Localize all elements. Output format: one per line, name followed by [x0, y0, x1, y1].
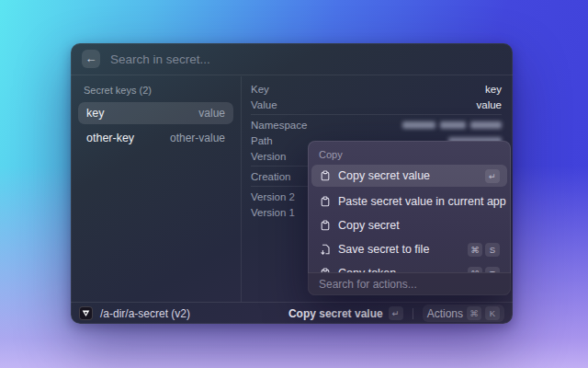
metadata-row-namespace: Namespace [251, 117, 502, 132]
menu-item-save-secret-to-file[interactable]: Save secret to file ⌘ S [311, 237, 507, 261]
secret-keys-list: Secret keys (2) key value other-key othe… [71, 76, 242, 302]
menu-item-copy-token[interactable]: Copy token ⌘ T [311, 261, 507, 272]
menu-section-title: Copy [308, 141, 511, 165]
list-item-key[interactable]: key value [78, 102, 233, 124]
actions-search-bar [308, 272, 511, 295]
vault-logo-icon [79, 306, 93, 320]
back-button[interactable]: ← [82, 50, 100, 68]
metadata-row-key: Key key [251, 81, 502, 97]
search-bar: ← [71, 43, 513, 75]
s-key-badge: S [485, 243, 500, 257]
enter-key-badge: ↵ [485, 169, 500, 183]
status-bar: /a-dir/a-secret (v2) Copy secret value ↵… [71, 302, 513, 324]
enter-key-badge: ↵ [389, 306, 403, 320]
file-download-icon [319, 244, 331, 256]
primary-action-button[interactable]: Copy secret value [288, 307, 383, 320]
section-title: Secret keys (2) [78, 76, 233, 102]
list-item-accessory: value [198, 107, 225, 120]
actions-menu: Copy Copy secret value ↵ Paste secret va… [308, 141, 511, 295]
list-item-title: key [86, 107, 104, 120]
back-arrow-icon: ← [85, 50, 97, 68]
list-item-title: other-key [86, 132, 134, 144]
k-key-badge: K [485, 306, 500, 320]
metadata-row-value: Value value [251, 97, 502, 112]
search-input[interactable] [110, 52, 502, 66]
actions-button[interactable]: Actions ⌘ K [423, 305, 504, 322]
cmd-key-badge: ⌘ [467, 306, 481, 320]
menu-item-copy-secret[interactable]: Copy secret [311, 213, 507, 237]
cmd-key-badge: ⌘ [468, 243, 482, 257]
clipboard-icon [319, 170, 331, 182]
menu-item-copy-secret-value[interactable]: Copy secret value ↵ [311, 165, 507, 187]
list-item-accessory: other-value [170, 132, 225, 144]
actions-search-input[interactable] [319, 278, 500, 291]
redacted-value [398, 117, 502, 133]
clipboard-icon [319, 196, 331, 208]
divider [251, 114, 502, 115]
desktop-background: ← Secret keys (2) key value other-key ot… [0, 0, 588, 368]
context-title: /a-dir/a-secret (v2) [100, 307, 190, 320]
divider [413, 308, 413, 319]
clipboard-icon [319, 220, 331, 232]
menu-items: Copy secret value ↵ Paste secret value i… [308, 165, 511, 272]
menu-item-paste-secret-value[interactable]: Paste secret value in current app ⌘ ↵ [311, 190, 507, 213]
list-item-other-key[interactable]: other-key other-value [78, 127, 233, 149]
status-bar-actions: Copy secret value ↵ Actions ⌘ K [288, 305, 504, 322]
launcher-window: ← Secret keys (2) key value other-key ot… [71, 43, 513, 324]
